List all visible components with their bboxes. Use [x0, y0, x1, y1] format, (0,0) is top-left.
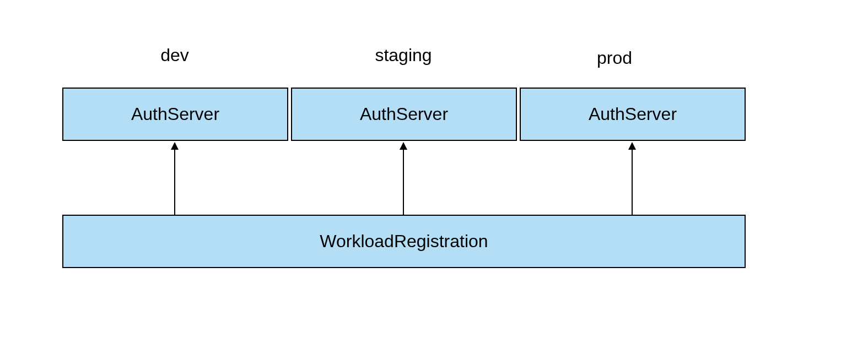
- arrow-line: [403, 149, 404, 215]
- env-label-prod: prod: [592, 48, 637, 68]
- env-label-staging: staging: [368, 45, 439, 66]
- authserver-label-dev: AuthServer: [131, 104, 219, 124]
- env-label-dev: dev: [158, 45, 191, 66]
- architecture-diagram: dev staging prod AuthServer AuthServer A…: [0, 0, 868, 349]
- workload-registration-box: WorkloadRegistration: [62, 215, 746, 268]
- authserver-label-prod: AuthServer: [589, 104, 677, 124]
- authserver-label-staging: AuthServer: [360, 104, 448, 124]
- authserver-box-staging: AuthServer: [291, 88, 517, 141]
- arrow-line: [632, 149, 633, 215]
- authserver-box-prod: AuthServer: [520, 88, 746, 141]
- arrow-dev: [171, 142, 179, 215]
- arrow-prod: [628, 142, 636, 215]
- workload-registration-label: WorkloadRegistration: [320, 231, 488, 252]
- arrow-staging: [400, 142, 407, 215]
- authserver-box-dev: AuthServer: [62, 88, 288, 141]
- arrow-line: [174, 149, 175, 215]
